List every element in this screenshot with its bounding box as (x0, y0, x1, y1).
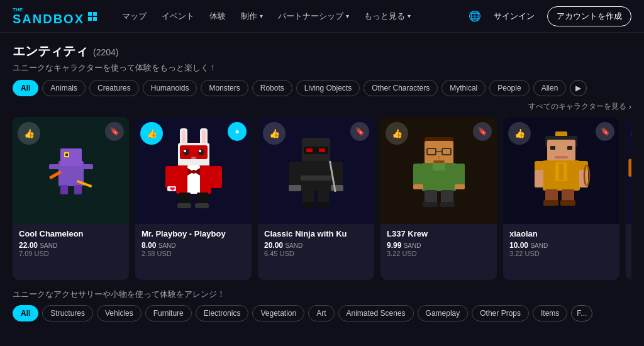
logo[interactable]: THE SANDBOX (13, 8, 98, 25)
filter-more[interactable]: ▶ (570, 80, 587, 96)
svg-point-20 (183, 149, 189, 155)
card-info: Classic Ninja with Ku 20.00 SAND 6.45 US… (258, 224, 374, 264)
card-name: xiaolan (509, 229, 613, 238)
entities-desc: ユニークなキャラクターを使って体験をもっと楽しく！ (13, 62, 631, 74)
nav-more[interactable]: もっと見る ▾ (358, 7, 417, 26)
filter-all[interactable]: All (13, 80, 38, 96)
main-nav: マップ イベント 体験 制作 ▾ パートナーシップ ▾ もっと見る ▾ (116, 7, 469, 26)
svg-point-29 (192, 170, 196, 174)
bookmark-icon[interactable]: 🔖 (596, 122, 614, 141)
card-info: Shogu 10000. SAND 3224.67 U (626, 224, 631, 280)
card-shogu: 👍 Shogu 10000. SAND 3224.67 U (626, 117, 631, 280)
create-account-button[interactable]: アカウントを作成 (547, 6, 631, 26)
svg-rect-13 (82, 164, 93, 169)
props-filter-gameplay[interactable]: Gameplay (418, 305, 469, 321)
props-filter-art[interactable]: Art (308, 305, 334, 321)
props-filter-items[interactable]: Items (533, 305, 567, 321)
card-price-usd: 6.45 USD (264, 250, 368, 257)
card-price-sand: 10.00 SAND (509, 241, 613, 250)
card-price-sand: 8.00 SAND (142, 241, 245, 250)
thumb-icon[interactable]: 👍 (386, 122, 408, 145)
sandbox-icon (87, 11, 98, 22)
props-filter-row: All Structures Vehicles Furniture Electr… (13, 305, 631, 321)
card-image: 👍 🔖 (380, 117, 497, 224)
props-filter-electronics[interactable]: Electronics (196, 305, 249, 321)
thumb-icon[interactable]: 👍 (508, 122, 531, 145)
filter-creatures[interactable]: Creatures (89, 80, 139, 96)
signin-button[interactable]: サインイン (489, 8, 540, 25)
header-right: 🌐 サインイン アカウントを作成 (469, 6, 631, 26)
svg-text:❤: ❤ (170, 186, 175, 193)
filter-humanoids[interactable]: Humanoids (143, 80, 197, 96)
bookmark-icon[interactable]: 🔖 (473, 122, 492, 141)
svg-rect-81 (535, 170, 543, 187)
filter-other-characters[interactable]: Other Characters (364, 80, 438, 96)
svg-rect-5 (60, 148, 82, 166)
nav-map[interactable]: マップ (116, 7, 153, 26)
filter-people[interactable]: People (489, 80, 529, 96)
props-filter-vegetation[interactable]: Vegetation (252, 305, 304, 321)
card-price-sand: 20.00 SAND (264, 241, 368, 250)
props-section: ユニークなアクセサリーや小物を使って体験をアレンジ！ All Structure… (0, 289, 644, 321)
nav-partnership[interactable]: パートナーシップ ▾ (272, 7, 355, 26)
filter-monsters[interactable]: Monsters (201, 80, 248, 96)
svg-rect-59 (433, 160, 445, 163)
card-info: Cool Chameleon 22.00 SAND 7.09 USD (13, 224, 129, 264)
shogu-character (626, 130, 631, 211)
see-all-link[interactable]: すべてのキャラクターを見る › (528, 101, 631, 112)
card-classic-ninja: 👍 🔖 (258, 117, 374, 280)
svg-rect-7 (65, 153, 68, 156)
chevron-down-icon: ▾ (260, 13, 263, 20)
svg-rect-75 (555, 156, 568, 159)
ninja-character (286, 126, 346, 215)
svg-rect-10 (60, 185, 68, 194)
card-price-usd: 7.09 USD (19, 250, 123, 257)
svg-rect-0 (88, 12, 92, 16)
filter-robots[interactable]: Robots (252, 80, 292, 96)
svg-rect-46 (289, 185, 301, 191)
props-filter-furniture[interactable]: Furniture (145, 305, 192, 321)
nav-experience[interactable]: 体験 (203, 7, 232, 26)
props-filter-more[interactable]: F... (571, 305, 592, 321)
props-filter-other-props[interactable]: Other Props (472, 305, 529, 321)
filter-animals[interactable]: Animals (42, 80, 86, 96)
svg-rect-36 (177, 203, 191, 208)
svg-rect-68 (423, 202, 438, 207)
bookmark-icon[interactable]: 🔖 (350, 122, 369, 141)
card-price-usd: 3.22 USD (509, 250, 613, 257)
card-image: 👍 (626, 117, 631, 224)
svg-rect-58 (438, 156, 440, 159)
filter-living-objects[interactable]: Living Objects (296, 80, 360, 96)
svg-rect-31 (211, 166, 222, 188)
filter-alien[interactable]: Alien (533, 80, 567, 96)
props-filter-animated-scenes[interactable]: Animated Scenes (338, 305, 414, 321)
svg-rect-65 (455, 184, 465, 189)
props-filter-vehicles[interactable]: Vehicles (97, 305, 142, 321)
thumb-icon[interactable]: 👍 (140, 122, 163, 145)
svg-rect-37 (195, 203, 209, 208)
svg-rect-87 (543, 200, 558, 206)
nav-create[interactable]: 制作 ▾ (235, 7, 269, 26)
props-filter-structures[interactable]: Structures (42, 305, 93, 321)
entities-count: (2204) (93, 47, 118, 57)
card-info: Mr. Playboy - Playboy 8.00 SAND 2.58 USD (135, 224, 252, 264)
filter-mythical[interactable]: Mythical (441, 80, 486, 96)
card-price-sand: 9.99 SAND (387, 241, 491, 250)
entities-title-row: エンティティ (2204) (13, 43, 631, 60)
bookmark-icon[interactable]: 🔖 (105, 122, 124, 141)
card-name: Mr. Playboy - Playboy (142, 229, 245, 238)
card-image: 👍 🔖 (503, 117, 619, 224)
svg-rect-52 (316, 202, 330, 207)
svg-rect-88 (560, 200, 575, 206)
svg-rect-44 (289, 162, 301, 187)
card-image: 👍 ● (135, 117, 252, 224)
bookmark-icon[interactable]: ● (228, 122, 247, 141)
props-filter-all[interactable]: All (13, 305, 38, 321)
svg-rect-92 (628, 159, 631, 177)
globe-icon[interactable]: 🌐 (469, 10, 481, 22)
thumb-icon[interactable]: 👍 (18, 122, 40, 145)
card-mr-playboy: 👍 ● (135, 117, 252, 280)
svg-point-21 (198, 149, 204, 155)
nav-events[interactable]: イベント (155, 7, 201, 26)
thumb-icon[interactable]: 👍 (263, 122, 286, 145)
